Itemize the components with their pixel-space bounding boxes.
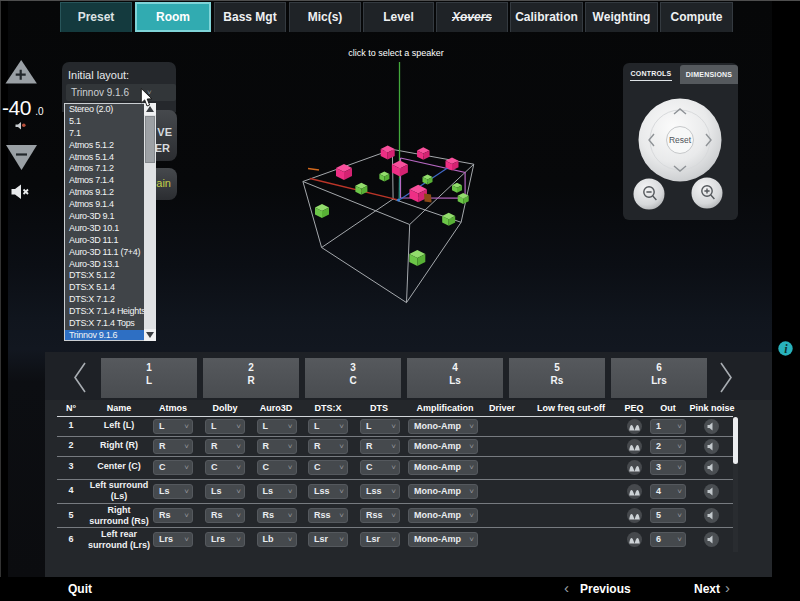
svg-text:Reset: Reset — [669, 135, 692, 145]
